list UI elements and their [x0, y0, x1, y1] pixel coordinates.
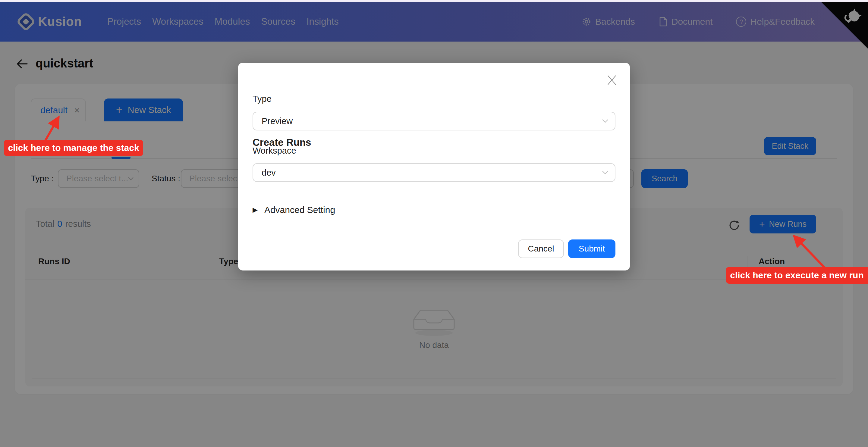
chevron-down-icon: [602, 119, 608, 123]
modal-type-label: Type: [253, 94, 272, 104]
advanced-setting-toggle[interactable]: ▶ Advanced Setting: [253, 205, 335, 215]
run-type-select[interactable]: Preview: [253, 112, 615, 130]
advanced-setting-label: Advanced Setting: [264, 205, 335, 215]
modal-workspace-label: Workspace: [253, 146, 296, 156]
workspace-select[interactable]: dev: [253, 163, 615, 182]
annotation-run-tip: click here to execute a new run: [726, 267, 868, 284]
caret-right-icon: ▶: [253, 206, 258, 213]
run-type-value: Preview: [261, 116, 293, 126]
workspace-value: dev: [261, 168, 276, 178]
submit-button[interactable]: Submit: [568, 240, 615, 258]
kusion-app: Kusion Projects Workspaces Modules Sourc…: [0, 0, 868, 447]
annotation-stack-tip: click here to manage the stack: [4, 140, 143, 156]
chevron-down-icon: [602, 171, 608, 174]
create-runs-modal: Create Runs Type Preview Workspace dev ▶…: [238, 63, 630, 270]
browser-edge-strip: [0, 0, 868, 2]
close-icon: [607, 75, 617, 85]
cancel-button[interactable]: Cancel: [518, 240, 564, 258]
modal-close-button[interactable]: [604, 73, 619, 87]
